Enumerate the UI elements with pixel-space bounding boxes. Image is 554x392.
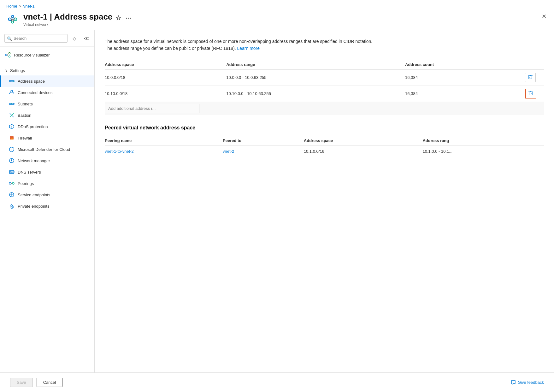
svg-rect-42 <box>529 76 532 79</box>
delete-row-1-button[interactable] <box>525 73 536 82</box>
svg-point-18 <box>11 90 13 92</box>
svg-point-22 <box>13 104 14 104</box>
peered-address-space-value: 10.1.0.0/16 <box>304 146 423 157</box>
peered-to-link[interactable]: vnet-2 <box>223 149 234 154</box>
sidebar-item-dns[interactable]: DNS DNS servers <box>0 166 94 178</box>
star-icon[interactable]: ☆ <box>115 14 121 22</box>
network-manager-icon <box>9 158 15 163</box>
col-peering-name: Peering name <box>105 136 223 146</box>
search-bar: 🔍 ◇ ≪ <box>0 30 94 47</box>
give-feedback-label: Give feedback <box>518 380 544 385</box>
main-layout: 🔍 ◇ ≪ Resource visualizer ∨ <box>0 30 554 372</box>
sidebar-item-ddos[interactable]: D DDoS protection <box>0 121 94 132</box>
col-address-range: Address range <box>226 60 405 70</box>
delete-cell-2 <box>525 85 544 102</box>
sidebar-item-bastion[interactable]: Bastion <box>0 110 94 121</box>
peered-address-range-value: 10.1.0.0 - 10.1... <box>422 146 544 157</box>
give-feedback-icon <box>511 380 516 385</box>
defender-label: Microsoft Defender for Cloud <box>18 147 89 152</box>
svg-text:DNS: DNS <box>10 171 15 173</box>
collapse-sidebar-button[interactable]: ≪ <box>81 34 91 43</box>
service-endpoints-icon <box>9 192 15 198</box>
close-button[interactable]: ✕ <box>540 12 548 21</box>
description-text: The address space for a virtual network … <box>105 38 376 52</box>
bastion-label: Bastion <box>18 113 89 118</box>
page-title-text: vnet-1 | Address space <box>23 12 112 22</box>
breadcrumb-current[interactable]: vnet-1 <box>23 4 35 9</box>
network-manager-label: Network manager <box>18 158 89 163</box>
page-title-block: vnet-1 | Address space ☆ ··· Virtual net… <box>23 12 132 27</box>
save-button[interactable]: Save <box>10 378 33 387</box>
sidebar-section-resource: Resource visualizer <box>0 47 94 63</box>
sidebar-item-network-manager[interactable]: Network manager <box>0 155 94 166</box>
sidebar-item-firewall[interactable]: Firewall <box>0 132 94 144</box>
sidebar-item-service-endpoints[interactable]: Service endpoints <box>0 189 94 200</box>
breadcrumb-separator: > <box>19 4 21 9</box>
svg-point-20 <box>10 104 11 104</box>
cancel-button[interactable]: Cancel <box>37 378 62 387</box>
breadcrumb-home[interactable]: Home <box>6 4 17 9</box>
address-space-value-1: 10.0.0.0/18 <box>105 69 226 85</box>
delete-row-2-button[interactable] <box>525 89 536 98</box>
firewall-label: Firewall <box>18 136 89 140</box>
content-area: The address space for a virtual network … <box>95 30 554 372</box>
sidebar-item-peerings[interactable]: Peerings <box>0 178 94 189</box>
page-header: vnet-1 | Address space ☆ ··· Virtual net… <box>0 10 554 30</box>
firewall-icon <box>9 135 15 141</box>
sidebar: 🔍 ◇ ≪ Resource visualizer ∨ <box>0 30 95 372</box>
svg-text:D: D <box>11 126 13 128</box>
peerings-label: Peerings <box>18 181 89 186</box>
settings-chevron: ∨ <box>5 68 8 73</box>
sidebar-item-resource-visualizer[interactable]: Resource visualizer <box>0 49 94 61</box>
resource-visualizer-label: Resource visualizer <box>14 53 89 57</box>
col-actions <box>525 60 544 70</box>
svg-point-16 <box>10 81 11 82</box>
sidebar-item-address-space[interactable]: Address space <box>0 75 94 87</box>
settings-section-header[interactable]: ∨ Settings <box>0 66 94 75</box>
bastion-icon <box>9 112 15 118</box>
table-row: 10.10.0.0/18 10.10.0.0 - 10.10.63.255 16… <box>105 85 544 102</box>
sidebar-item-connected-devices[interactable]: Connected devices <box>0 87 94 98</box>
svg-point-21 <box>11 104 12 104</box>
peering-name-link[interactable]: vnet-1-to-vnet-2 <box>105 149 134 154</box>
svg-rect-41 <box>11 207 12 208</box>
more-icon[interactable]: ··· <box>126 15 132 22</box>
dns-label: DNS servers <box>18 170 89 175</box>
navigate-icon[interactable]: ◇ <box>70 35 79 42</box>
svg-point-29 <box>11 160 12 161</box>
col-peered-address-space: Address space <box>304 136 423 146</box>
address-range-value-2: 10.10.0.0 - 10.10.63.255 <box>226 85 405 102</box>
sidebar-item-private-endpoints[interactable]: Private endpoints <box>0 200 94 212</box>
give-feedback-link[interactable]: Give feedback <box>511 380 544 385</box>
svg-point-11 <box>9 53 10 54</box>
add-address-input[interactable] <box>105 104 199 113</box>
breadcrumb: Home > vnet-1 <box>0 0 554 10</box>
peered-table-row: vnet-1-to-vnet-2 vnet-2 10.1.0.0/16 10.1… <box>105 146 544 157</box>
service-endpoints-label: Service endpoints <box>18 193 89 197</box>
subnets-label: Subnets <box>18 102 89 106</box>
address-count-value-1: 16,384 <box>405 69 525 85</box>
address-space-label: Address space <box>18 79 89 84</box>
svg-line-13 <box>7 54 9 55</box>
peerings-icon <box>9 181 15 186</box>
footer-bar: Save Cancel Give feedback <box>0 372 554 392</box>
page-header-left: vnet-1 | Address space ☆ ··· Virtual net… <box>6 12 132 27</box>
address-range-value-1: 10.0.0.0 - 10.0.63.255 <box>226 69 405 85</box>
sidebar-item-defender[interactable]: ✓ Microsoft Defender for Cloud <box>0 144 94 155</box>
address-space-table: Address space Address range Address coun… <box>105 60 544 115</box>
address-space-value-2: 10.10.0.0/18 <box>105 85 226 102</box>
svg-line-14 <box>7 55 9 56</box>
table-row: 10.0.0.0/18 10.0.0.0 - 10.0.63.255 16,38… <box>105 69 544 85</box>
private-endpoints-label: Private endpoints <box>18 204 89 209</box>
sidebar-section-settings: ∨ Settings Address space Connected devic… <box>0 63 94 214</box>
col-peered-to: Peered to <box>223 136 304 146</box>
sidebar-item-subnets[interactable]: Subnets <box>0 98 94 110</box>
settings-label: Settings <box>10 68 25 73</box>
search-input[interactable] <box>4 34 68 43</box>
svg-point-10 <box>6 54 7 56</box>
defender-icon: ✓ <box>9 146 15 152</box>
learn-more-link[interactable]: Learn more <box>237 46 260 51</box>
svg-rect-47 <box>529 92 532 95</box>
page-subtitle: Virtual network <box>23 22 132 27</box>
peered-section-title: Peered virtual network address space <box>105 125 544 131</box>
